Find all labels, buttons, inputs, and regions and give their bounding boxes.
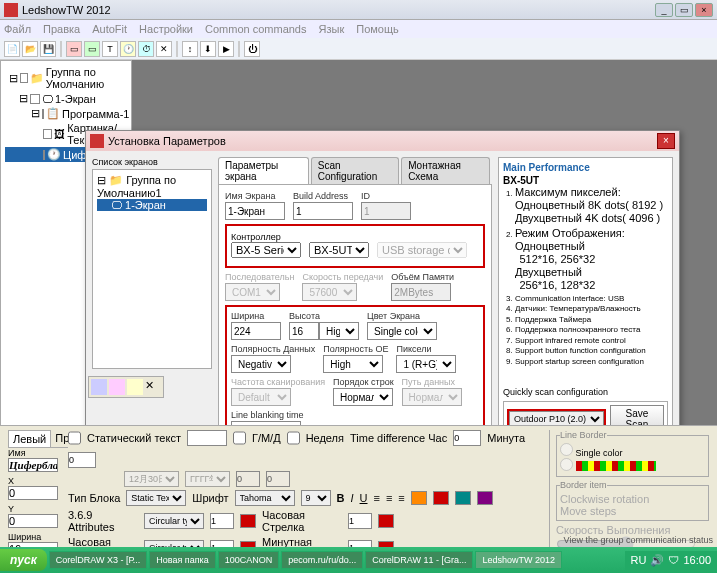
screen-name-input[interactable] [225,202,285,220]
new-icon[interactable]: 📄 [4,41,20,57]
task-6[interactable]: LedshowTW 2012 [475,551,562,569]
date-sel: ГГГГ年 [185,471,230,487]
screens-tree[interactable]: ⊟ 📁 Группа по Умолчанию1 🖵 1-Экран [92,169,212,369]
taskbar: пуск CorelDRAW X3 - [Р... Новая папка 10… [0,547,717,573]
series-select[interactable]: BX-5 Series [231,242,301,258]
fontsize-select[interactable]: 9 [301,490,331,506]
text-icon[interactable]: T [102,41,118,57]
play-icon[interactable]: ▶ [218,41,234,57]
attr369-select[interactable]: Circular typ [144,513,204,529]
storage-select: USB storage dev [377,242,467,258]
open-icon[interactable]: 📂 [22,41,38,57]
date-check[interactable] [233,430,246,446]
build-input[interactable] [293,202,353,220]
polarity-d-select[interactable]: Negative [231,355,291,373]
bold-button[interactable]: B [337,492,345,504]
save-icon[interactable]: 💾 [40,41,56,57]
close-button[interactable]: × [695,3,713,17]
task-3[interactable]: 100CANON [218,551,280,569]
menu-common[interactable]: Common commands [205,23,306,35]
dialog-titlebar[interactable]: Установка Параметров × [86,131,679,151]
date-val [236,471,260,487]
tdiff-input[interactable] [453,430,481,446]
color4[interactable] [477,491,493,505]
id-input [361,202,411,220]
border-r1 [560,443,573,456]
block-select[interactable]: Static Text [126,490,186,506]
tree-screen[interactable]: ⊟🖵1-Экран [5,91,127,106]
tab-mounting[interactable]: Монтажная Схема [401,157,490,184]
tab-left[interactable]: Левый [8,430,51,447]
mini-delete-icon[interactable]: ✕ [145,379,161,395]
screen-icon[interactable]: ▭ [66,41,82,57]
menu-autofit[interactable]: AutoFit [92,23,127,35]
app-icon [4,3,18,17]
tray-lang[interactable]: RU [631,554,647,566]
week-check[interactable] [287,430,300,446]
font-select[interactable]: Tahoma [235,490,295,506]
tray[interactable]: RU 🔊🛡 16:00 [625,551,717,570]
usb-icon[interactable]: ⬇ [200,41,216,57]
scanfreq-select: Default [231,388,291,406]
task-1[interactable]: CorelDRAW X3 - [Р... [49,551,147,569]
attr369-n[interactable] [210,513,234,529]
align-right-icon[interactable]: ≡ [398,492,404,504]
controller-group: Контроллер BX-5 Series BX-5UT USB storag… [225,224,485,268]
menu-file[interactable]: Файл [4,23,31,35]
min-input[interactable] [68,452,96,468]
arrow-icon[interactable]: ↕ [182,41,198,57]
menu-edit[interactable]: Правка [43,23,80,35]
tab-screen-params[interactable]: Параметры экрана [218,157,309,184]
dlg-tree-root[interactable]: ⊟ 📁 Группа по Умолчанию1 [97,174,207,199]
dialog-title: Установка Параметров [108,135,226,147]
color3[interactable] [455,491,471,505]
model-select[interactable]: BX-5UT [309,242,369,258]
dialog-close-button[interactable]: × [657,133,675,149]
align-left-icon[interactable]: ≡ [374,492,380,504]
x-input[interactable] [8,486,58,500]
underline-button[interactable]: U [360,492,368,504]
timer-icon[interactable]: ⏱ [138,41,154,57]
task-4[interactable]: pecom.ru/ru/do... [281,551,363,569]
menu-settings[interactable]: Настройки [139,23,193,35]
program-icon[interactable]: ▭ [84,41,100,57]
height-step[interactable]: High [319,322,359,340]
window-title: LedshowTW 2012 [22,4,111,16]
task-2[interactable]: Новая папка [149,551,215,569]
start-button[interactable]: пуск [0,549,47,571]
restore-button[interactable]: ▭ [675,3,693,17]
minimize-button[interactable]: _ [655,3,673,17]
power-icon[interactable]: ⏻ [244,41,260,57]
rowmode-select[interactable]: Нормальный [333,388,393,406]
width-input[interactable] [231,322,281,340]
hourhand-color[interactable] [378,514,394,528]
scan-label: Quickly scan configuration [503,387,668,397]
static-check[interactable] [68,430,81,446]
task-5[interactable]: CorelDRAW 11 - [Gra... [365,551,473,569]
menu-lang[interactable]: Язык [319,23,345,35]
tree-root[interactable]: ⊟📁Группа по Умолчанию [5,65,127,91]
attr369-color[interactable] [240,514,256,528]
color-select[interactable]: Single color [367,322,437,340]
y-input[interactable] [8,514,58,528]
clock-icon[interactable]: 🕐 [120,41,136,57]
hourhand-n[interactable] [348,513,372,529]
clock-name-input[interactable] [8,458,58,472]
menubar: Файл Правка AutoFit Настройки Common com… [0,20,717,38]
tab-scan-config[interactable]: Scan Configuration [311,157,399,184]
italic-button[interactable]: I [350,492,353,504]
mini-t2[interactable] [109,379,125,395]
align-center-icon[interactable]: ≡ [386,492,392,504]
static-input[interactable] [187,430,227,446]
tree-program[interactable]: ⊟📋Программа-1 [5,106,127,121]
polarity-oe-select[interactable]: High [323,355,383,373]
height-input[interactable] [289,322,319,340]
mini-t1[interactable] [91,379,107,395]
color2[interactable] [433,491,449,505]
dlg-tree-screen[interactable]: 🖵 1-Экран [97,199,207,211]
delete-icon[interactable]: ✕ [156,41,172,57]
color1[interactable] [411,491,427,505]
menu-help[interactable]: Помощь [356,23,399,35]
pixels-select[interactable]: 1 (R+G) [396,355,456,373]
mini-t3[interactable] [127,379,143,395]
